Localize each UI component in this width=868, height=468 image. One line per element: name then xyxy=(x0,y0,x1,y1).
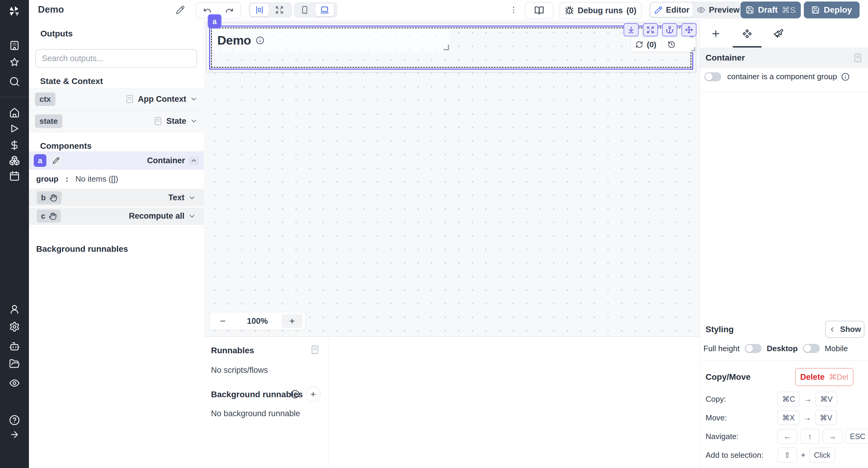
runnables-doc-icon[interactable] xyxy=(310,344,320,355)
sidebar-item-runs[interactable] xyxy=(7,121,22,136)
move-button[interactable] xyxy=(681,23,696,36)
kbd-up: ↑ xyxy=(800,429,820,444)
book-open-icon xyxy=(534,6,544,15)
tab-preview[interactable]: Preview xyxy=(693,3,744,17)
runs-box-divider xyxy=(662,40,662,49)
text-component[interactable]: Demo xyxy=(213,30,450,51)
sidebar-item-home[interactable] xyxy=(7,106,22,120)
laptop-icon xyxy=(320,5,329,14)
calendar-icon xyxy=(9,171,20,181)
chevron-down-icon[interactable] xyxy=(188,194,196,202)
desktop-toggle[interactable] xyxy=(803,344,820,353)
sidebar-item-settings[interactable] xyxy=(7,320,22,334)
inspector-tabs xyxy=(700,20,868,48)
zoom-out-button[interactable]: − xyxy=(212,314,233,328)
kbd-left: ← xyxy=(777,429,797,444)
selected-container[interactable]: a Demo (0) xyxy=(209,26,693,70)
search-outputs-input[interactable] xyxy=(35,49,197,68)
debug-runs-button[interactable]: Debug runs (0) xyxy=(559,2,642,19)
info-icon[interactable] xyxy=(290,390,300,399)
anchor-button[interactable] xyxy=(662,23,677,36)
sidebar-item-help[interactable] xyxy=(7,413,22,427)
sidebar-item-apps[interactable] xyxy=(7,38,22,53)
editor-preview-toggle: Editor Preview xyxy=(649,1,749,19)
sidebar-item-resources[interactable] xyxy=(7,153,22,168)
fullscreen-button[interactable] xyxy=(643,23,658,36)
text-type-label: Text xyxy=(168,193,184,202)
draft-button[interactable]: Draft ⌘S xyxy=(741,1,801,19)
group-colon: : xyxy=(66,174,68,184)
info-icon[interactable] xyxy=(256,36,264,44)
selection-tag[interactable]: a xyxy=(208,14,221,29)
app-canvas[interactable]: a Demo (0) − 100% + xyxy=(204,20,700,336)
zoom-in-button[interactable]: + xyxy=(281,314,303,328)
refresh-icon[interactable] xyxy=(635,41,643,48)
chevron-down-icon[interactable] xyxy=(190,95,198,103)
tab-insert[interactable] xyxy=(700,20,732,47)
group-toggle[interactable] xyxy=(704,72,721,81)
chevron-down-icon[interactable] xyxy=(190,117,198,125)
state-badge: state xyxy=(35,114,62,128)
component-runs-count: (0) xyxy=(647,40,656,49)
group-value[interactable]: No items ([]) xyxy=(75,174,118,184)
sidebar-item-billing[interactable] xyxy=(7,138,22,153)
edit-id-button[interactable] xyxy=(50,155,62,167)
rename-app-button[interactable] xyxy=(174,4,186,16)
app-title: Demo xyxy=(38,4,64,15)
tab-styling[interactable] xyxy=(763,20,794,47)
sidebar-item-folders[interactable] xyxy=(7,357,22,371)
tab-settings[interactable] xyxy=(732,20,763,47)
expand-icon xyxy=(647,26,654,34)
styling-title: Styling xyxy=(706,325,734,334)
full-height-toggle[interactable] xyxy=(745,344,762,353)
sidebar-item-user[interactable] xyxy=(7,302,22,316)
add-background-runnable-button[interactable] xyxy=(306,387,321,402)
plus-icon xyxy=(310,391,317,398)
component-row-recompute[interactable]: c Recompute all xyxy=(29,207,204,225)
resize-handle[interactable] xyxy=(443,44,449,50)
docs-button[interactable] xyxy=(525,2,553,19)
component-runs-box: (0) xyxy=(631,37,696,52)
mobile-view-button[interactable] xyxy=(296,4,314,16)
resize-handle[interactable] xyxy=(691,47,695,51)
history-icon[interactable] xyxy=(668,41,675,48)
redo-button[interactable] xyxy=(218,3,240,19)
arrow-glyph: → xyxy=(804,395,812,404)
output-row-ctx[interactable]: ctx App Context xyxy=(29,88,204,110)
more-menu-button[interactable] xyxy=(507,4,520,16)
rail-expand-button[interactable] xyxy=(7,427,22,442)
sidebar-item-search[interactable] xyxy=(7,74,22,89)
delete-button[interactable]: Delete ⌘Del xyxy=(795,368,854,386)
container-group-row: group : No items ([]) xyxy=(29,170,204,188)
desktop-view-button[interactable] xyxy=(315,4,334,16)
search-icon xyxy=(9,76,20,87)
background-runnables-title: Background runnables xyxy=(36,244,128,254)
styling-show-button[interactable]: Show xyxy=(825,321,864,338)
deploy-button[interactable]: Deploy xyxy=(804,1,860,19)
collapse-container-button[interactable] xyxy=(189,156,199,165)
home-icon xyxy=(9,107,20,119)
chevron-down-icon[interactable] xyxy=(188,212,196,220)
info-icon[interactable] xyxy=(841,73,849,81)
sidebar-item-schedules[interactable] xyxy=(7,169,22,183)
tab-editor[interactable]: Editor xyxy=(651,3,693,17)
fullscreen-canvas-button[interactable] xyxy=(270,4,289,16)
sidebar-item-ai[interactable] xyxy=(7,339,22,354)
editor-label: Editor xyxy=(666,5,689,15)
component-doc-icon[interactable] xyxy=(852,53,863,63)
expand-down-button[interactable] xyxy=(624,23,639,36)
component-row-text[interactable]: b Text xyxy=(29,189,204,207)
arrow-down-to-line-icon xyxy=(627,26,635,34)
windmill-logo-icon xyxy=(8,5,21,18)
grid-layout-button[interactable] xyxy=(250,4,269,16)
component-row-container[interactable]: a Container xyxy=(29,152,204,170)
pencil-icon xyxy=(53,157,60,164)
sidebar-item-audit[interactable] xyxy=(7,376,22,390)
show-label: Show xyxy=(840,325,861,334)
windmill-logo[interactable] xyxy=(7,4,22,19)
ctx-type-label: App Context xyxy=(138,95,186,104)
sidebar-item-favorites[interactable] xyxy=(7,56,22,70)
shortcut-row-copy: Copy: ⌘C → ⌘V xyxy=(700,390,868,408)
output-row-state[interactable]: state State xyxy=(29,110,204,132)
anchor-icon xyxy=(666,26,674,34)
